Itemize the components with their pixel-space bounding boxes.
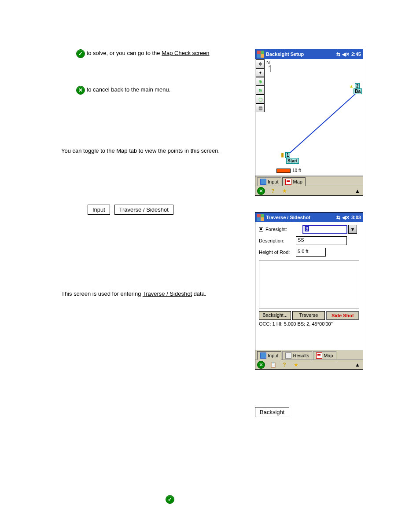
map-check-link[interactable]: Map Check screen: [162, 50, 209, 56]
map-icon: [285, 179, 291, 185]
foresight-dropdown-icon[interactable]: ▼: [348, 225, 357, 234]
north-arrow-icon: ↿: [266, 63, 274, 75]
speaker-icon: ◀✕: [342, 215, 350, 220]
tab-input[interactable]: Input: [257, 177, 281, 186]
map-canvas[interactable]: ✥ ✦ ⊕ ⊖ ▢ ▤ N ↿ ▮ 1 Start ▲ 2 Ba 10 ft: [255, 59, 363, 176]
window-title: Backsight Setup: [266, 51, 336, 57]
text: to solve, or you can go to the: [87, 50, 160, 56]
backsight-button[interactable]: Backsight...: [259, 311, 291, 320]
check-icon: ✓: [166, 495, 174, 504]
point-1[interactable]: ▮ 1 Start: [281, 151, 299, 164]
zoom-extents-icon[interactable]: ✥: [256, 59, 265, 68]
instrument-icon[interactable]: ▲: [354, 187, 361, 194]
map-icon: [316, 352, 322, 359]
tapping-check: ✓: [166, 495, 174, 504]
titlebar: Backsight Setup ⇆ ◀✕ 2:45: [255, 49, 363, 59]
clock: 2:45: [351, 51, 361, 57]
sideshot-button[interactable]: Side Shot: [326, 311, 359, 320]
speaker-icon: ◀✕: [342, 51, 350, 57]
sync-icon: ⇆: [336, 215, 340, 220]
rod-label: Height of Rod:: [259, 249, 296, 255]
help-icon[interactable]: ?: [269, 187, 276, 194]
backsight-box-ref: Backsight: [254, 407, 291, 417]
zoom-in-icon[interactable]: ⊕: [256, 77, 265, 86]
form-icon: [260, 179, 266, 185]
scale-bar: 10 ft: [276, 168, 301, 173]
close-icon[interactable]: ✕: [257, 361, 265, 369]
description-label: Description:: [259, 238, 296, 243]
star-icon[interactable]: ★: [281, 187, 288, 194]
title-right-icons: ⇆ ◀✕ 2:45: [336, 51, 361, 57]
clipboard-icon[interactable]: 📋: [269, 361, 276, 368]
rod-row: Height of Rod: 5.0 ft: [259, 248, 359, 257]
close-icon[interactable]: ✕: [257, 187, 265, 195]
zoom-window-icon[interactable]: ▢: [256, 95, 265, 103]
input-box-label: Input Traverse / Sideshot: [86, 205, 175, 215]
traverse-line: [286, 92, 357, 156]
layers-icon[interactable]: ▤: [256, 103, 265, 112]
form-icon: [260, 352, 266, 359]
zoom-out-icon[interactable]: ⊖: [256, 86, 265, 95]
form-area: Foresight: 3 ▼ Description: SS Height of…: [255, 222, 363, 350]
tab-map[interactable]: Map: [282, 177, 305, 186]
map-tab-text: You can toggle to the Map tab to view th…: [61, 147, 237, 154]
star-icon[interactable]: ★: [292, 361, 299, 368]
windows-logo-icon: [257, 51, 264, 58]
tap-cancel-line: ✕ to cancel back to the main menu.: [76, 86, 239, 95]
device-tabs: Input Results Map: [255, 350, 363, 360]
title-right-icons: ⇆ ◀✕ 3:03: [336, 215, 361, 220]
help-icon[interactable]: ?: [281, 361, 288, 368]
zoom-fit-icon[interactable]: ✦: [256, 68, 265, 77]
tap-solve-line: ✓ to solve, or you can go to the Map Che…: [76, 49, 239, 58]
traverse-intro: This screen is used for entering Travers…: [61, 290, 237, 297]
rod-input[interactable]: 5.0 ft: [296, 248, 326, 257]
foresight-input[interactable]: 3: [302, 225, 347, 234]
description-row: Description: SS: [259, 236, 359, 245]
device-tabs: Input Map: [255, 176, 363, 186]
check-icon: ✓: [76, 49, 85, 58]
windows-logo-icon: [257, 214, 264, 221]
traverse-link[interactable]: Traverse / Sideshot: [143, 290, 192, 297]
clock: 3:03: [351, 215, 361, 220]
point-marker-icon: [259, 227, 263, 231]
map-toolbar: ✥ ✦ ⊕ ⊖ ▢ ▤: [256, 59, 265, 112]
text: to cancel back to the main menu.: [87, 86, 171, 93]
tab-map[interactable]: Map: [313, 351, 336, 360]
window-title: Traverse / Sideshot: [266, 215, 336, 220]
description-input[interactable]: SS: [296, 236, 347, 245]
statusbar: ✕ 📋 ? ★ ▲: [255, 360, 363, 369]
setup-status-text: OCC: 1 HI: 5.000 BS: 2, 45°00'00": [259, 321, 359, 327]
action-buttons: Backsight... Traverse Side Shot: [259, 311, 359, 320]
device-backsight-map: Backsight Setup ⇆ ◀✕ 2:45 ✥ ✦ ⊕ ⊖ ▢ ▤ N …: [255, 49, 363, 196]
message-box: [259, 260, 359, 308]
statusbar: ✕ ? ★ ▲: [255, 186, 363, 195]
tab-results[interactable]: Results: [282, 351, 312, 360]
foresight-label: Foresight:: [265, 227, 302, 232]
traverse-button[interactable]: Traverse: [292, 311, 324, 320]
instrument-icon[interactable]: ▲: [354, 361, 361, 368]
tab-input[interactable]: Input: [257, 351, 281, 360]
titlebar: Traverse / Sideshot ⇆ ◀✕ 3:03: [255, 213, 363, 222]
foresight-row: Foresight: 3 ▼: [259, 225, 359, 234]
device-traverse-form: Traverse / Sideshot ⇆ ◀✕ 3:03 Foresight:…: [255, 212, 363, 370]
x-icon: ✕: [76, 86, 85, 95]
point-2[interactable]: ▲ 2 Ba: [349, 84, 362, 94]
results-icon: [285, 352, 291, 359]
sync-icon: ⇆: [336, 51, 340, 57]
